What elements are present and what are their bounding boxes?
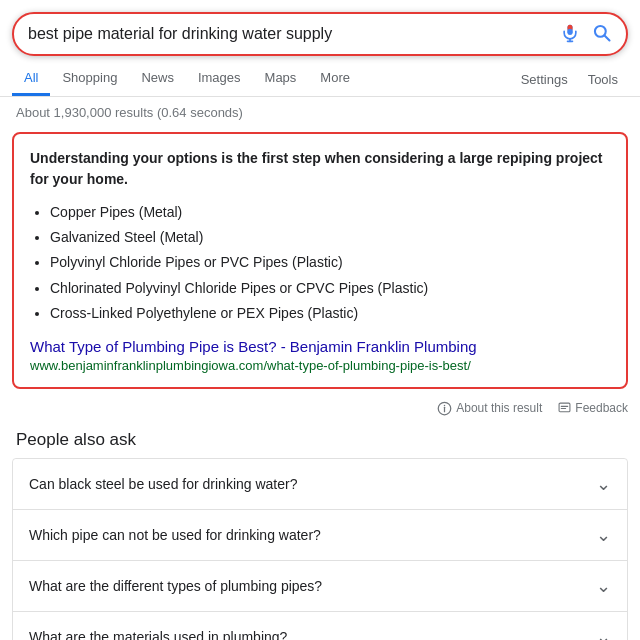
tab-more[interactable]: More — [308, 62, 362, 96]
about-result-label: About this result — [456, 401, 542, 415]
list-item: Copper Pipes (Metal) — [50, 200, 610, 225]
tab-shopping[interactable]: Shopping — [50, 62, 129, 96]
tab-maps[interactable]: Maps — [253, 62, 309, 96]
people-also-ask-section: People also ask Can black steel be used … — [0, 422, 640, 640]
search-input[interactable] — [28, 25, 560, 43]
list-item: Chlorinated Polyvinyl Chloride Pipes or … — [50, 276, 610, 301]
paa-title: People also ask — [12, 430, 628, 450]
paa-question-3: What are the different types of plumbing… — [29, 578, 322, 594]
chevron-down-icon-2: ⌄ — [596, 524, 611, 546]
paa-question-4: What are the materials used in plumbing? — [29, 629, 287, 640]
snippet-url: www.benjaminfranklinplumbingiowa.com/wha… — [30, 358, 471, 373]
featured-snippet: Understanding your options is the first … — [12, 132, 628, 389]
svg-line-6 — [605, 35, 610, 40]
search-icons — [560, 23, 612, 46]
snippet-intro: Understanding your options is the first … — [30, 148, 610, 190]
snippet-footer: About this result Feedback — [0, 397, 640, 422]
chevron-down-icon-1: ⌄ — [596, 473, 611, 495]
snippet-list: Copper Pipes (Metal) Galvanized Steel (M… — [30, 200, 610, 326]
feedback-label: Feedback — [575, 401, 628, 415]
paa-item-3[interactable]: What are the different types of plumbing… — [13, 561, 627, 612]
svg-point-9 — [444, 405, 446, 407]
chevron-down-icon-3: ⌄ — [596, 575, 611, 597]
results-count: About 1,930,000 results (0.64 seconds) — [0, 97, 640, 128]
list-item: Galvanized Steel (Metal) — [50, 225, 610, 250]
tab-all[interactable]: All — [12, 62, 50, 96]
tab-images[interactable]: Images — [186, 62, 253, 96]
about-result-button[interactable]: About this result — [437, 401, 542, 416]
list-item: Polyvinyl Chloride Pipes or PVC Pipes (P… — [50, 250, 610, 275]
svg-rect-4 — [568, 28, 573, 34]
snippet-link[interactable]: What Type of Plumbing Pipe is Best? - Be… — [30, 338, 610, 355]
tab-news[interactable]: News — [129, 62, 186, 96]
search-icon[interactable] — [592, 23, 612, 46]
search-bar — [12, 12, 628, 56]
paa-item-4[interactable]: What are the materials used in plumbing?… — [13, 612, 627, 640]
tab-settings[interactable]: Settings — [511, 64, 578, 95]
svg-rect-10 — [559, 403, 570, 412]
chevron-down-icon-4: ⌄ — [596, 626, 611, 640]
paa-item-1[interactable]: Can black steel be used for drinking wat… — [13, 459, 627, 510]
tab-tools[interactable]: Tools — [578, 64, 628, 95]
search-bar-container — [0, 0, 640, 56]
feedback-button[interactable]: Feedback — [558, 401, 628, 415]
list-item: Cross-Linked Polyethylene or PEX Pipes (… — [50, 301, 610, 326]
paa-item-2[interactable]: Which pipe can not be used for drinking … — [13, 510, 627, 561]
paa-question-1: Can black steel be used for drinking wat… — [29, 476, 297, 492]
microphone-icon[interactable] — [560, 23, 580, 46]
paa-question-2: Which pipe can not be used for drinking … — [29, 527, 321, 543]
nav-tabs: All Shopping News Images Maps More Setti… — [0, 56, 640, 97]
paa-items-wrapper: Can black steel be used for drinking wat… — [12, 458, 628, 640]
